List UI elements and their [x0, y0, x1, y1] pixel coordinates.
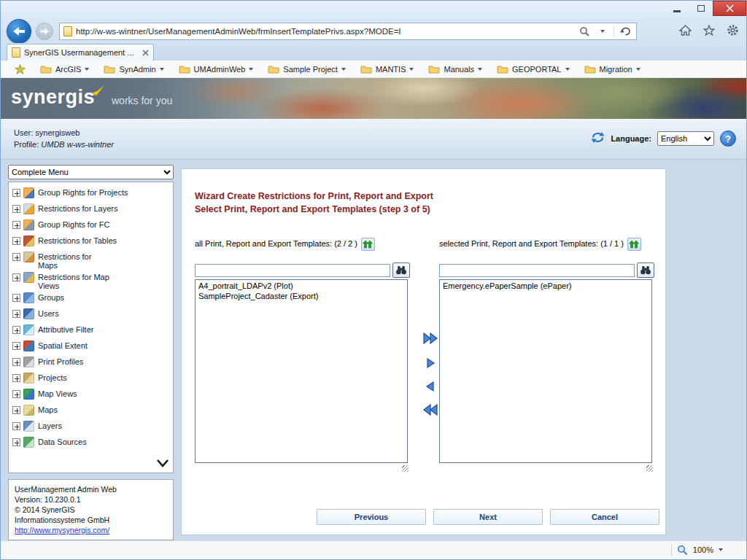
sidebar-item-restrictions-tables[interactable]: Restrictions for Tables: [12, 234, 171, 249]
url-text[interactable]: http://w-ws-wintner/UserManagementAdminW…: [76, 27, 573, 36]
reload-language-button[interactable]: [591, 131, 605, 147]
expand-icon[interactable]: [12, 310, 20, 318]
menu-mode-select[interactable]: Complete Menu: [8, 165, 174, 179]
print-profiles-icon: [23, 357, 34, 368]
tree-scroll-down-button[interactable]: [155, 458, 170, 471]
expand-icon[interactable]: [12, 205, 20, 213]
language-select[interactable]: English: [657, 131, 714, 146]
available-templates-listbox[interactable]: A4_portrait_LDAPv2 (Plot) SampleProject_…: [195, 279, 408, 463]
move-left-button[interactable]: [419, 378, 441, 395]
list-item[interactable]: A4_portrait_LDAPv2 (Plot): [196, 281, 407, 291]
move-all-left-button[interactable]: [419, 401, 441, 419]
sidebar-item-print-profiles[interactable]: Print Profiles: [12, 355, 171, 370]
sidebar-item-maps[interactable]: Maps: [12, 403, 171, 419]
expand-icon[interactable]: [12, 342, 20, 350]
address-bar[interactable]: http://w-ws-wintner/UserManagementAdminW…: [59, 23, 637, 40]
language-controls: Language: English ?: [591, 131, 736, 147]
search-button[interactable]: [577, 24, 592, 39]
tab-close-icon[interactable]: [142, 50, 149, 56]
move-all-right-button[interactable]: [419, 330, 441, 347]
favorite-label: ArcGIS: [55, 65, 81, 74]
double-up-arrow-icon: [363, 240, 373, 249]
refresh-button[interactable]: [618, 24, 632, 39]
group-rights-projects-icon: [23, 187, 34, 198]
expand-icon[interactable]: [12, 273, 20, 281]
restrictions-map-views-icon: [23, 272, 34, 283]
list-item[interactable]: Emergency.ePaperSample (ePaper): [440, 281, 651, 291]
move-right-button[interactable]: [419, 354, 441, 372]
available-filter-input[interactable]: [195, 264, 390, 277]
chevron-down-icon: [160, 68, 164, 71]
browser-tab[interactable]: SynerGIS Usermanagement ...: [7, 44, 154, 61]
available-listbox-resize-grip[interactable]: [402, 465, 409, 472]
cancel-button[interactable]: Cancel: [550, 509, 659, 525]
selected-listbox-resize-grip[interactable]: [646, 465, 653, 472]
add-favorite-button[interactable]: [8, 63, 32, 76]
expand-icon[interactable]: [12, 237, 20, 245]
previous-button[interactable]: Previous: [317, 509, 426, 525]
select-all-right-button[interactable]: [627, 238, 641, 251]
title-bar: [1, 1, 746, 20]
expand-icon[interactable]: [12, 390, 20, 398]
sidebar-item-spatial-extent[interactable]: Spatial Extent: [12, 339, 171, 354]
selected-templates-listbox[interactable]: Emergency.ePaperSample (ePaper): [439, 279, 652, 463]
sidebar-item-map-views[interactable]: Map Views: [12, 387, 171, 402]
tools-button[interactable]: [727, 24, 739, 36]
sidebar-item-projects[interactable]: Projects: [12, 371, 171, 386]
list-item[interactable]: SampleProject_Cadaster (Export): [196, 291, 407, 301]
sidebar-item-label: Maps: [38, 403, 58, 414]
home-button[interactable]: [679, 25, 692, 36]
help-button[interactable]: ?: [720, 131, 736, 147]
expand-icon[interactable]: [12, 438, 20, 446]
maximize-button[interactable]: [689, 1, 713, 16]
forward-button[interactable]: [36, 23, 53, 40]
folder-icon: [104, 64, 115, 74]
folder-icon: [268, 64, 279, 74]
expand-icon[interactable]: [12, 326, 20, 334]
expand-icon[interactable]: [12, 221, 20, 229]
sidebar-item-layers[interactable]: Layers: [12, 419, 171, 435]
divider: [671, 544, 672, 556]
expand-icon[interactable]: [12, 189, 20, 197]
expand-icon[interactable]: [12, 406, 20, 414]
sidebar-item-attributive-filter[interactable]: Attributive Filter: [12, 323, 171, 338]
sidebar-item-label: Group Rights for Projects: [38, 186, 128, 197]
expand-icon[interactable]: [12, 253, 20, 261]
close-button[interactable]: [713, 1, 746, 16]
next-button[interactable]: Next: [433, 509, 543, 525]
select-all-left-button[interactable]: [361, 238, 375, 251]
sidebar-item-data-sources[interactable]: Data Sources: [12, 435, 171, 451]
sidebar-item-users[interactable]: Users: [12, 307, 171, 322]
favorite-umadminweb[interactable]: UMAdminWeb: [172, 63, 260, 75]
star-icon: [703, 25, 715, 36]
sidebar-item-restrictions-maps[interactable]: Restrictions for Maps: [12, 250, 171, 270]
company-website-link[interactable]: http://www.mysynergis.com/: [15, 526, 109, 534]
minimize-button[interactable]: [665, 1, 689, 16]
favorite-migration[interactable]: Migration: [578, 63, 647, 75]
favorite-sample-project[interactable]: Sample Project: [261, 63, 352, 75]
available-search-button[interactable]: [392, 262, 410, 278]
expand-icon[interactable]: [12, 374, 20, 382]
wizard-panel: Wizard Create Restrictions for Print, Re…: [181, 168, 666, 535]
search-icon: [579, 26, 589, 36]
expand-icon[interactable]: [12, 422, 20, 430]
favorite-mantis[interactable]: MANTIS: [354, 63, 421, 75]
sidebar-item-restrictions-map-views[interactable]: Restrictions for Map Views: [12, 271, 171, 290]
favorite-geoportal[interactable]: GEOPORTAL: [490, 63, 576, 75]
favorite-arcgis[interactable]: ArcGIS: [34, 63, 96, 75]
back-button[interactable]: [7, 19, 31, 44]
projects-icon: [23, 373, 34, 384]
sidebar-item-group-rights-fc[interactable]: Group Rights for FC: [12, 218, 171, 233]
favorite-synadmin[interactable]: SynAdmin: [97, 63, 170, 75]
zoom-control[interactable]: 100%: [671, 544, 723, 556]
sidebar-item-groups[interactable]: Groups: [12, 291, 171, 306]
autocomplete-dropdown-button[interactable]: [595, 24, 610, 39]
sidebar-item-restrictions-layers[interactable]: Restrictions for Layers: [12, 202, 171, 217]
expand-icon[interactable]: [12, 294, 20, 302]
selected-filter-input[interactable]: [439, 264, 635, 277]
expand-icon[interactable]: [12, 358, 20, 366]
favorites-button[interactable]: [703, 25, 715, 36]
favorite-manuals[interactable]: Manuals: [422, 63, 489, 75]
selected-search-button[interactable]: [637, 262, 654, 278]
sidebar-item-group-rights-projects[interactable]: Group Rights for Projects: [12, 186, 171, 201]
